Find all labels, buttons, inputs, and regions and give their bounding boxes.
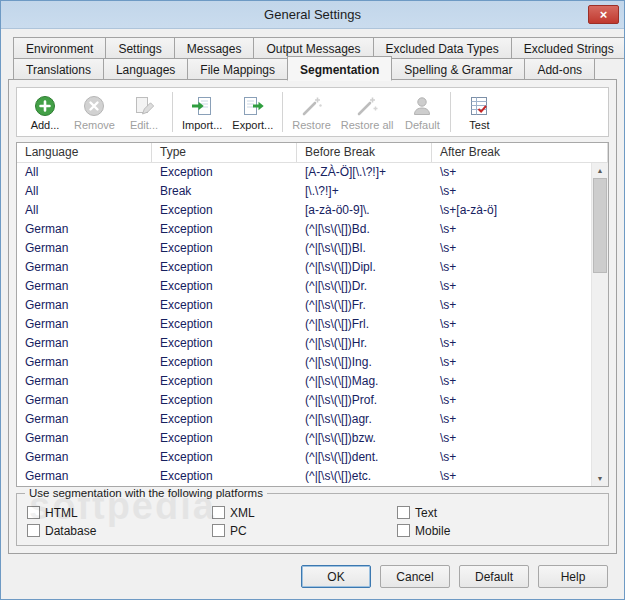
tab-file-mappings[interactable]: File Mappings	[187, 58, 288, 80]
table-row[interactable]: All Exception [A-ZÀ-Ö][\.\?!]+ \s+	[17, 163, 591, 182]
tab-languages[interactable]: Languages	[103, 58, 188, 80]
checkbox-box[interactable]	[27, 524, 40, 537]
table-row[interactable]: German Exception (^|[\s\(\[])Dipl. \s+	[17, 258, 591, 277]
table-row[interactable]: German Exception (^|[\s\(\[])Ing. \s+	[17, 353, 591, 372]
tab-spelling-grammar[interactable]: Spelling & Grammar	[391, 58, 525, 80]
scrollbar-track[interactable]	[592, 178, 608, 471]
default-toolbar-button[interactable]: Default	[398, 92, 446, 132]
import-icon	[190, 94, 214, 118]
cell-after-break: \s+	[432, 258, 591, 277]
cell-language: German	[17, 353, 152, 372]
help-button[interactable]: Help	[538, 565, 608, 588]
cell-after-break: \s+	[432, 277, 591, 296]
cell-language: All	[17, 163, 152, 182]
cell-language: All	[17, 182, 152, 201]
cell-language: German	[17, 220, 152, 239]
cell-type: Break	[152, 182, 297, 201]
cell-before-break: (^|[\s\(\[])Frl.	[297, 315, 432, 334]
column-header-type[interactable]: Type	[152, 143, 297, 162]
cell-after-break: \s+	[432, 220, 591, 239]
default-button[interactable]: Default	[459, 565, 529, 588]
checkbox-box[interactable]	[397, 524, 410, 537]
cell-before-break: (^|[\s\(\[])bzw.	[297, 429, 432, 448]
cell-after-break: \s+	[432, 334, 591, 353]
scroll-up-button[interactable]: ▲	[592, 163, 608, 178]
import-button[interactable]: Import...	[177, 92, 227, 132]
checkbox-pc[interactable]: PC	[212, 523, 397, 538]
table-row[interactable]: All Exception [a-zà-ö0-9]\. \s+[a-zà-ö]	[17, 201, 591, 220]
export-button[interactable]: Export...	[227, 92, 278, 132]
tab-environment[interactable]: Environment	[13, 37, 106, 59]
table-row[interactable]: German Exception (^|[\s\(\[])bzw. \s+	[17, 429, 591, 448]
checkbox-box[interactable]	[212, 506, 225, 519]
general-settings-dialog: General Settings × Environment Settings …	[0, 0, 625, 600]
table-row[interactable]: German Exception (^|[\s\(\[])Prof. \s+	[17, 391, 591, 410]
table-row[interactable]: German Exception (^|[\s\(\[])Dr. \s+	[17, 277, 591, 296]
cell-type: Exception	[152, 410, 297, 429]
add-button[interactable]: Add...	[21, 92, 69, 132]
table-row[interactable]: German Exception (^|[\s\(\[])dent. \s+	[17, 448, 591, 467]
checkbox-text[interactable]: Text	[397, 505, 598, 520]
table-row[interactable]: German Exception (^|[\s\(\[])Bd. \s+	[17, 220, 591, 239]
column-header-before-break[interactable]: Before Break	[297, 143, 432, 162]
column-header-language[interactable]: Language	[17, 143, 152, 162]
tab-add-ons[interactable]: Add-ons	[524, 58, 595, 80]
checkbox-label: Database	[45, 524, 96, 538]
scroll-down-button[interactable]: ▼	[592, 471, 608, 486]
test-button[interactable]: Test	[455, 92, 503, 132]
table-row[interactable]: All Break [\.\?!]+ \s+	[17, 182, 591, 201]
edit-button[interactable]: Edit...	[120, 92, 168, 132]
cell-type: Exception	[152, 334, 297, 353]
column-header-after-break[interactable]: After Break	[432, 143, 608, 162]
cell-before-break: (^|[\s\(\[])Dipl.	[297, 258, 432, 277]
cell-after-break: \s+	[432, 467, 591, 486]
tab-settings[interactable]: Settings	[105, 37, 174, 59]
checkbox-html[interactable]: HTML	[27, 505, 212, 520]
cell-before-break: (^|[\s\(\[])Ing.	[297, 353, 432, 372]
checkbox-box[interactable]	[397, 506, 410, 519]
tab-messages[interactable]: Messages	[174, 37, 255, 59]
tab-excluded-data-types[interactable]: Excluded Data Types	[373, 37, 512, 59]
platforms-legend: Use segmentation with the following plat…	[25, 487, 267, 499]
scrollbar-thumb[interactable]	[593, 178, 607, 273]
table-row[interactable]: German Exception (^|[\s\(\[])Fr. \s+	[17, 296, 591, 315]
cell-before-break: (^|[\s\(\[])Bd.	[297, 220, 432, 239]
tab-excluded-strings[interactable]: Excluded Strings	[511, 37, 625, 59]
cell-after-break: \s+	[432, 163, 591, 182]
restore-icon	[300, 94, 324, 118]
tab-translations[interactable]: Translations	[13, 58, 104, 80]
checkbox-box[interactable]	[212, 524, 225, 537]
cell-language: German	[17, 258, 152, 277]
checkbox-xml[interactable]: XML	[212, 505, 397, 520]
ok-button[interactable]: OK	[301, 565, 371, 588]
checkbox-box[interactable]	[27, 506, 40, 519]
table-row[interactable]: German Exception (^|[\s\(\[])etc. \s+	[17, 467, 591, 486]
remove-icon	[82, 94, 106, 118]
cell-type: Exception	[152, 258, 297, 277]
table-row[interactable]: German Exception (^|[\s\(\[])Bl. \s+	[17, 239, 591, 258]
cell-language: German	[17, 410, 152, 429]
checkbox-mobile[interactable]: Mobile	[397, 523, 598, 538]
restore-button[interactable]: Restore	[287, 92, 336, 132]
restore-all-label: Restore all	[341, 119, 394, 131]
table-row[interactable]: German Exception (^|[\s\(\[])Frl. \s+	[17, 315, 591, 334]
table-row[interactable]: German Exception (^|[\s\(\[])Hr. \s+	[17, 334, 591, 353]
cell-before-break: (^|[\s\(\[])Prof.	[297, 391, 432, 410]
table-row[interactable]: German Exception (^|[\s\(\[])agr. \s+	[17, 410, 591, 429]
table-row[interactable]: German Exception (^|[\s\(\[])Mag. \s+	[17, 372, 591, 391]
cell-after-break: \s+	[432, 296, 591, 315]
restore-all-button[interactable]: Restore all	[336, 92, 399, 132]
checkbox-database[interactable]: Database	[27, 523, 212, 538]
export-label: Export...	[232, 119, 273, 131]
cell-after-break: \s+	[432, 391, 591, 410]
remove-label: Remove	[74, 119, 115, 131]
close-button[interactable]: ×	[588, 5, 619, 24]
toolbar: Add... Remove Edit... Import...	[16, 87, 609, 137]
remove-button[interactable]: Remove	[69, 92, 120, 132]
cell-before-break: [a-zà-ö0-9]\.	[297, 201, 432, 220]
cancel-button[interactable]: Cancel	[380, 565, 450, 588]
tab-segmentation[interactable]: Segmentation	[287, 56, 392, 81]
cell-before-break: (^|[\s\(\[])Mag.	[297, 372, 432, 391]
cell-after-break: \s+	[432, 315, 591, 334]
vertical-scrollbar[interactable]: ▲ ▼	[591, 163, 608, 486]
